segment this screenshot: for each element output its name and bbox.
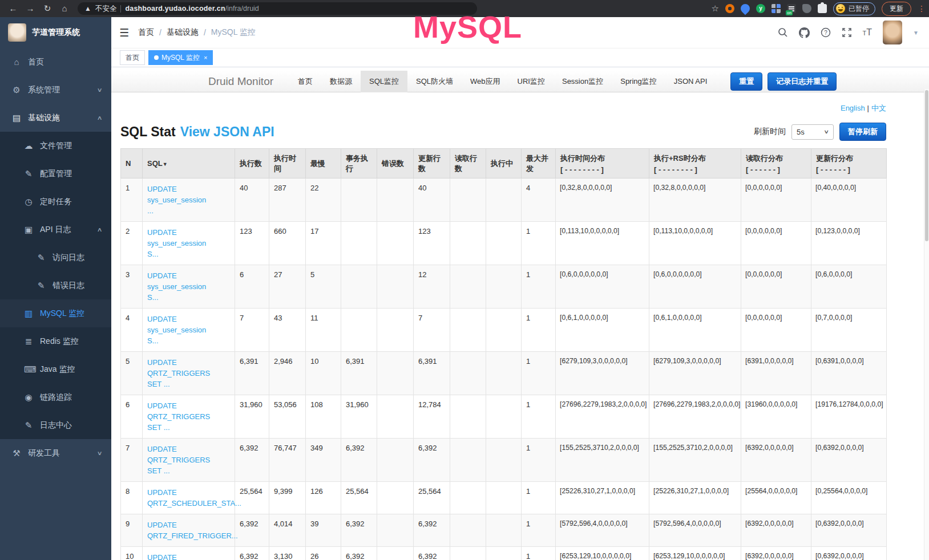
sidebar-item-trace[interactable]: ◉链路追踪 — [0, 383, 111, 411]
druid-nav-json-api[interactable]: JSON API — [665, 71, 716, 92]
cell-slowest: 11 — [306, 309, 341, 352]
github-icon[interactable] — [799, 27, 810, 38]
browser-reload-icon[interactable]: ↻ — [40, 2, 55, 15]
druid-nav-sql-firewall[interactable]: SQL防火墙 — [407, 71, 462, 92]
user-menu-caret-icon[interactable]: ▼ — [913, 30, 919, 36]
help-icon[interactable]: ? — [821, 27, 831, 38]
page-scrollbar-thumb[interactable] — [925, 90, 928, 241]
extension-orange-icon[interactable] — [725, 4, 734, 13]
druid-nav-home[interactable]: 首页 — [289, 71, 321, 92]
sidebar-item-home[interactable]: ⌂首页 — [0, 48, 111, 76]
sql-statement-link[interactable]: UPDATE QRTZ_TRIGGERSSET ... — [147, 357, 230, 389]
extension-list-icon[interactable]: on — [787, 4, 796, 13]
druid-nav-web-app[interactable]: Web应用 — [462, 71, 509, 92]
not-secure-label[interactable]: 不安全 — [95, 4, 117, 14]
sql-statement-link[interactable]: UPDATE sys_user_sessionS... — [147, 314, 230, 346]
sql-statement-link[interactable]: UPDATE QRTZ_TRIGGERSSET ... — [147, 444, 230, 476]
col-sql[interactable]: SQL▼ — [143, 149, 235, 178]
breadcrumb-link[interactable]: 首页 — [138, 27, 154, 38]
cell-exec_time: 43 — [269, 309, 306, 352]
extension-leaf-icon[interactable] — [802, 4, 811, 13]
sql-statement-link[interactable]: UPDATE sys_user_sessionS... — [147, 227, 230, 259]
sql-statement-link[interactable]: UPDATE sys_user_sessionS... — [147, 270, 230, 303]
cell-dist_time_rs: [0,113,10,0,0,0,0,0] — [649, 222, 741, 265]
cell-dist_time: [27696,2279,1983,2,0,0,0,0] — [556, 395, 649, 439]
browser-home-icon[interactable]: ⌂ — [57, 2, 72, 15]
sql-statement-link[interactable]: UPDATE QRTZ_TRIGGERSSET ... — [147, 400, 230, 433]
sidebar-item-java-monitor[interactable]: ⌨Java 监控 — [0, 355, 111, 383]
breadcrumb-link[interactable]: 基础设施 — [167, 27, 199, 38]
cell-update_rows: 7 — [414, 309, 450, 352]
sidebar-item-config-mgmt[interactable]: ✎配置管理 — [0, 160, 111, 188]
sidebar-item-system-mgmt[interactable]: ⚙系统管理∨ — [0, 76, 111, 104]
extension-squares-icon[interactable] — [772, 4, 781, 13]
chrome-update-button[interactable]: 更新 — [882, 2, 911, 16]
extensions-puzzle-icon[interactable] — [818, 4, 827, 13]
pause-refresh-button[interactable]: 暂停刷新 — [839, 123, 886, 141]
browser-menu-icon[interactable]: ⋮ — [918, 4, 923, 13]
cell-n: 9 — [121, 514, 143, 547]
sql-line-1: UPDATE QRTZ_TRIGGERS — [147, 400, 230, 422]
table-row: 6UPDATE QRTZ_TRIGGERSSET ...31,96053,056… — [121, 395, 887, 439]
sql-statement-link[interactable]: UPDATEQRTZ_FIRED_TRIGGER... — [147, 520, 230, 541]
extension-pin-icon[interactable] — [739, 2, 752, 15]
hamburger-icon[interactable]: ☰ — [119, 26, 129, 39]
refresh-interval-select[interactable]: 5s ∨ — [791, 124, 834, 140]
cell-read_rows — [450, 222, 486, 265]
cell-dist_time_rs: [5792,596,4,0,0,0,0,0] — [649, 514, 741, 547]
sidebar-item-label: 定时任务 — [40, 197, 72, 207]
lang-english-link[interactable]: English — [841, 104, 865, 112]
sidebar-item-redis-monitor[interactable]: ≣Redis 监控 — [0, 327, 111, 355]
sidebar-item-scheduled-tasks[interactable]: ◷定时任务 — [0, 188, 111, 216]
sidebar-item-api-log[interactable]: ▣API 日志∧ — [0, 216, 111, 244]
druid-nav-sql-monitor[interactable]: SQL监控 — [361, 71, 407, 92]
cell-running — [486, 395, 522, 439]
chevron-down-icon: ∨ — [96, 87, 102, 93]
browser-forward-icon[interactable]: → — [23, 2, 38, 15]
sql-statement-link[interactable]: UPDATEQRTZ_CRON_TRIGGERS... — [147, 552, 230, 560]
cell-dist_update: [0,6392,0,0,0,0] — [811, 439, 887, 482]
sidebar-item-access-log[interactable]: ✎访问日志 — [0, 244, 111, 271]
druid-nav-spring-monitor[interactable]: Spring监控 — [612, 71, 665, 92]
cell-dist_read: [0,0,0,0,0,0] — [741, 309, 811, 352]
page-scrollbar[interactable] — [924, 89, 929, 560]
fullscreen-icon[interactable] — [842, 27, 852, 38]
sql-line-1: UPDATE — [147, 520, 230, 530]
profile-paused-chip[interactable]: 已暂停 — [833, 2, 875, 15]
sql-statement-link[interactable]: UPDATEQRTZ_SCHEDULER_STA... — [147, 487, 230, 509]
tab-close-icon[interactable]: × — [204, 54, 207, 61]
druid-nav-uri-monitor[interactable]: URI监控 — [509, 71, 554, 92]
cell-errors — [377, 547, 414, 560]
cell-dist_read: [0,0,0,0,0,0] — [741, 178, 811, 222]
search-icon[interactable] — [778, 27, 788, 38]
cell-sql: UPDATE sys_user_sessionS... — [143, 222, 235, 265]
druid-nav-session-monitor[interactable]: Session监控 — [554, 71, 612, 92]
sql-statement-link[interactable]: UPDATE sys_user_session... — [147, 184, 230, 216]
druid-nav-datasource[interactable]: 数据源 — [321, 71, 361, 92]
sidebar-item-file-mgmt[interactable]: ☁文件管理 — [0, 132, 111, 160]
extension-green-icon[interactable]: y — [756, 4, 765, 13]
col-read_rows: 读取行数 — [450, 149, 486, 178]
sidebar-item-log-center[interactable]: ✎日志中心 — [0, 411, 111, 439]
view-json-api-link[interactable]: View JSON API — [180, 124, 274, 140]
font-size-icon[interactable]: TT — [863, 27, 873, 38]
cell-update_rows: 123 — [414, 222, 450, 265]
sidebar-item-label: MySQL 监控 — [40, 309, 84, 319]
select-caret-icon: ∨ — [824, 129, 830, 135]
sidebar-item-infrastructure[interactable]: ▤基础设施∧ — [0, 104, 111, 132]
log-and-reset-button[interactable]: 记录日志并重置 — [768, 72, 837, 91]
cell-max_concurrent: 1 — [522, 352, 556, 395]
sidebar-item-label: 链路追踪 — [40, 392, 72, 403]
bookmark-star-icon[interactable]: ☆ — [712, 3, 719, 14]
reset-button[interactable]: 重置 — [730, 72, 762, 91]
sidebar-item-error-log[interactable]: ✎错误日志 — [0, 271, 111, 299]
cell-sql: UPDATEQRTZ_SCHEDULER_STA... — [143, 482, 235, 514]
browser-back-icon[interactable]: ← — [6, 2, 21, 15]
user-avatar[interactable] — [883, 21, 902, 44]
tab-首页[interactable]: 首页 — [120, 50, 145, 65]
lang-chinese-link[interactable]: 中文 — [871, 104, 886, 112]
sidebar-item-dev-tools[interactable]: ⚒研发工具∨ — [0, 439, 111, 467]
sidebar-item-mysql-monitor[interactable]: ▥MySQL 监控 — [0, 299, 111, 327]
tab-MySQL 监控[interactable]: MySQL 监控× — [148, 50, 213, 65]
cell-dist_read: [31960,0,0,0,0,0] — [741, 395, 811, 439]
